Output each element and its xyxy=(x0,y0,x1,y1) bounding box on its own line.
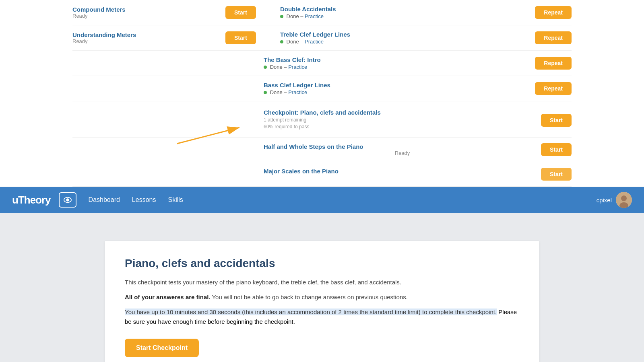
lesson-right-major-scales: Major Scales on the Piano Start xyxy=(264,168,572,181)
lesson-done-treble: Done – Practice xyxy=(280,39,535,45)
lesson-title-half-whole: Half and Whole Steps on the Piano xyxy=(264,143,541,150)
username-label: cpixel xyxy=(597,197,612,204)
lesson-right-treble: Treble Clef Ledger Lines Done – Practice… xyxy=(280,31,572,45)
brand-logo: uTheory xyxy=(12,194,51,206)
lesson-done-bass-intro: Done – Practice xyxy=(264,64,535,70)
lesson-title-checkpoint-item: Checkpoint: Piano, clefs and accidentals xyxy=(264,109,541,116)
repeat-button-bass-intro[interactable]: Repeat xyxy=(535,57,572,70)
lesson-right-half-whole: Half and Whole Steps on the Piano Ready … xyxy=(264,143,572,156)
lesson-right-bass-ledger: Bass Clef Ledger Lines Done – Practice R… xyxy=(264,82,572,95)
lesson-right-bass-intro: The Bass Clef: Intro Done – Practice Rep… xyxy=(264,56,572,70)
lesson-info-double-acc: Double Accidentals Done – Practice xyxy=(280,6,535,19)
start-button-major-scales[interactable]: Start xyxy=(541,168,572,181)
lesson-info-bass-intro: The Bass Clef: Intro Done – Practice xyxy=(264,56,535,70)
checkpoint-required: 60% required to pass xyxy=(264,124,541,130)
lesson-row-checkpoint: Checkpoint: Piano, clefs and accidentals… xyxy=(72,101,572,138)
lesson-row-bass-intro: The Bass Clef: Intro Done – Practice Rep… xyxy=(72,51,572,76)
lesson-left-understanding: Understanding Meters Ready xyxy=(72,31,225,44)
lesson-done-double-acc: Done – Practice xyxy=(280,13,535,19)
modal-title: Piano, clefs and accidentals xyxy=(125,257,519,270)
start-button-half-whole[interactable]: Start xyxy=(541,143,572,156)
lesson-row-half-whole: Half and Whole Steps on the Piano Ready … xyxy=(72,138,572,162)
practice-link-bass-intro[interactable]: Practice xyxy=(288,64,307,70)
lesson-title-major-scales: Major Scales on the Piano xyxy=(264,168,541,175)
nav-dashboard[interactable]: Dashboard xyxy=(89,196,120,204)
checkpoint-modal: Piano, clefs and accidentals This checkp… xyxy=(105,241,539,362)
lesson-row-bass-ledger: Bass Clef Ledger Lines Done – Practice R… xyxy=(72,76,572,101)
lesson-title-treble: Treble Clef Ledger Lines xyxy=(280,31,535,38)
lesson-status-compound: Ready xyxy=(72,13,225,19)
lesson-row-understanding: Understanding Meters Ready Start Treble … xyxy=(72,25,572,51)
lesson-left-compound: Compound Meters Ready xyxy=(72,6,225,19)
lesson-right-double-acc: Double Accidentals Done – Practice Repea… xyxy=(280,6,572,19)
lesson-info-bass-ledger: Bass Clef Ledger Lines Done – Practice xyxy=(264,82,535,95)
brand-theory: Theory xyxy=(18,194,51,206)
navbar: uTheory Dashboard Lessons Skills cpixel xyxy=(0,187,644,213)
svg-point-3 xyxy=(66,199,69,201)
lesson-status-understanding: Ready xyxy=(72,38,225,44)
modal-warning-rest: You will not be able to go back to chang… xyxy=(212,294,407,300)
brand-u: u xyxy=(12,194,18,206)
repeat-button-bass-ledger[interactable]: Repeat xyxy=(535,82,572,95)
practice-link-double-acc[interactable]: Practice xyxy=(305,13,324,19)
navbar-links: Dashboard Lessons Skills xyxy=(89,196,183,204)
navbar-user: cpixel xyxy=(597,192,632,208)
modal-warning: All of your answeres are final. You will… xyxy=(125,293,519,302)
practice-link-bass-ledger[interactable]: Practice xyxy=(288,89,307,95)
modal-highlight-text: You have up to 10 minutes and 30 seconds… xyxy=(125,309,497,315)
lesson-status-half-whole: Ready xyxy=(264,150,541,156)
done-dot-bass-ledger xyxy=(264,91,267,94)
lesson-info-treble: Treble Clef Ledger Lines Done – Practice xyxy=(280,31,535,45)
repeat-button-double-acc[interactable]: Repeat xyxy=(535,6,572,19)
eye-button[interactable] xyxy=(59,192,76,208)
svg-point-5 xyxy=(621,195,627,201)
modal-warning-bold: All of your answeres are final. xyxy=(125,294,211,300)
start-button-checkpoint-item[interactable]: Start xyxy=(541,114,572,127)
lesson-right-checkpoint-item: Checkpoint: Piano, clefs and accidentals… xyxy=(264,109,572,130)
start-checkpoint-button[interactable]: Start Checkpoint xyxy=(125,339,199,357)
lesson-title-bass-intro: The Bass Clef: Intro xyxy=(264,56,535,63)
repeat-button-treble[interactable]: Repeat xyxy=(535,31,572,44)
checkpoint-attempts: 1 attempt remaining xyxy=(264,117,541,123)
lesson-row: Compound Meters Ready Start Double Accid… xyxy=(72,0,572,25)
lesson-list-area: Compound Meters Ready Start Double Accid… xyxy=(0,0,644,187)
modal-desc: This checkpoint tests your mastery of th… xyxy=(125,278,519,287)
lesson-row-major-scales: Major Scales on the Piano Start xyxy=(72,162,572,187)
done-dot xyxy=(280,15,283,18)
gray-spacer xyxy=(0,213,644,233)
modal-time-info: You have up to 10 minutes and 30 seconds… xyxy=(125,307,519,327)
lesson-title-compound: Compound Meters xyxy=(72,6,225,13)
user-avatar-icon xyxy=(616,192,632,208)
nav-skills[interactable]: Skills xyxy=(168,196,183,204)
start-button-understanding[interactable]: Start xyxy=(225,31,256,44)
user-avatar[interactable] xyxy=(616,192,632,208)
done-dot-bass-intro xyxy=(264,66,267,69)
nav-lessons[interactable]: Lessons xyxy=(132,196,156,204)
lesson-title-understanding: Understanding Meters xyxy=(72,31,225,38)
lesson-info-major-scales: Major Scales on the Piano xyxy=(264,168,541,175)
lesson-title-double-acc: Double Accidentals xyxy=(280,6,535,12)
practice-link-treble[interactable]: Practice xyxy=(305,39,324,45)
lesson-info-checkpoint-item: Checkpoint: Piano, clefs and accidentals… xyxy=(264,109,541,130)
lesson-title-bass-ledger: Bass Clef Ledger Lines xyxy=(264,82,535,88)
lesson-info-half-whole: Half and Whole Steps on the Piano Ready xyxy=(264,143,541,156)
done-dot-treble xyxy=(280,40,283,43)
start-button-compound[interactable]: Start xyxy=(225,6,256,19)
eye-icon xyxy=(63,195,72,204)
lesson-done-bass-ledger: Done – Practice xyxy=(264,89,535,95)
